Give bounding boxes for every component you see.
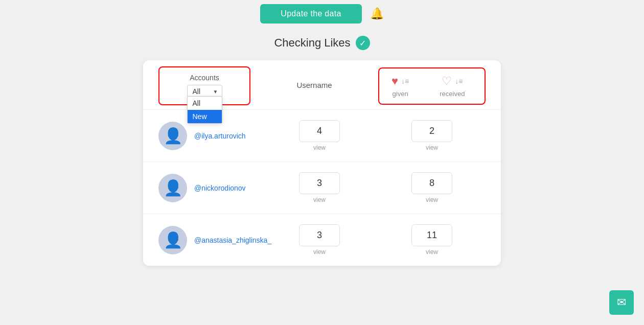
received-count: 2: [411, 120, 452, 142]
given-header: ♥ ↓≡ given: [392, 75, 409, 98]
given-stat-cell: 4 view: [266, 120, 373, 151]
avatar: 👤: [158, 226, 187, 254]
accounts-filter-box: Accounts All New ▼ All New: [158, 66, 250, 105]
received-header: ♡ ↓≡ received: [440, 75, 465, 98]
avatar: 👤: [158, 122, 187, 150]
top-bar: Update the data 🔔: [0, 0, 644, 28]
user-cell: 👤 @anastasia_zhiglinska_: [158, 226, 261, 254]
user-icon: 👤: [164, 231, 182, 249]
received-stat-cell: 11 view: [378, 224, 486, 256]
table-row: 👤 @anastasia_zhiglinska_ 3 view 11 view: [143, 214, 501, 266]
view-label: view: [426, 196, 438, 203]
view-label: view: [313, 248, 326, 256]
main-card: Accounts All New ▼ All New Username ♥: [143, 60, 501, 266]
chat-button[interactable]: ✉: [609, 290, 634, 315]
given-count: 3: [299, 224, 340, 246]
received-stat-cell: 2 view: [378, 120, 486, 151]
view-label: view: [313, 196, 326, 203]
avatar: 👤: [158, 174, 187, 202]
received-count: 8: [411, 172, 452, 194]
bell-icon[interactable]: 🔔: [370, 7, 384, 20]
check-icon: ✓: [356, 36, 370, 50]
given-stat-cell: 3 view: [266, 172, 373, 203]
dropdown-item-all[interactable]: All: [188, 97, 222, 110]
given-label: given: [393, 90, 408, 98]
update-data-button[interactable]: Update the data: [260, 4, 361, 24]
heart-outline-icon: ♡: [442, 75, 452, 88]
user-cell: 👤 @ilya.arturovich: [158, 122, 261, 150]
received-count: 11: [411, 224, 452, 246]
username-link[interactable]: @anastasia_zhiglinska_: [194, 236, 271, 244]
likes-header-box: ♥ ↓≡ given ♡ ↓≡ received: [378, 67, 486, 105]
given-stat-cell: 3 view: [266, 224, 373, 256]
sort-received-icon[interactable]: ↓≡: [455, 77, 463, 85]
heart-filled-icon: ♥: [392, 75, 398, 88]
username-header: Username: [256, 71, 373, 100]
sort-given-icon[interactable]: ↓≡: [401, 77, 409, 85]
page-title-row: Checking Likes ✓: [0, 36, 644, 50]
user-cell: 👤 @nickorodionov: [158, 174, 261, 202]
page-title: Checking Likes: [274, 36, 350, 50]
accounts-select-wrapper: All New ▼ All New: [187, 85, 222, 98]
view-label: view: [426, 144, 438, 151]
view-label: view: [313, 144, 326, 151]
username-link[interactable]: @nickorodionov: [194, 184, 246, 192]
received-icon-row: ♡ ↓≡: [442, 75, 463, 88]
given-count: 4: [299, 120, 340, 142]
user-icon: 👤: [164, 179, 182, 197]
received-stat-cell: 8 view: [378, 172, 486, 203]
accounts-dropdown: All New: [187, 96, 222, 124]
table-body: 👤 @ilya.arturovich 4 view 2 view 👤 @nick…: [143, 110, 501, 266]
received-label: received: [440, 90, 465, 98]
dropdown-item-new[interactable]: New: [188, 110, 222, 123]
username-link[interactable]: @ilya.arturovich: [194, 132, 246, 140]
chat-icon: ✉: [617, 296, 626, 309]
table-row: 👤 @nickorodionov 3 view 8 view: [143, 162, 501, 214]
given-icon-row: ♥ ↓≡: [392, 75, 409, 88]
table-header: Accounts All New ▼ All New Username ♥: [143, 60, 501, 110]
user-icon: 👤: [164, 127, 182, 145]
given-count: 3: [299, 172, 340, 194]
view-label: view: [426, 248, 438, 256]
accounts-label: Accounts: [190, 74, 219, 82]
